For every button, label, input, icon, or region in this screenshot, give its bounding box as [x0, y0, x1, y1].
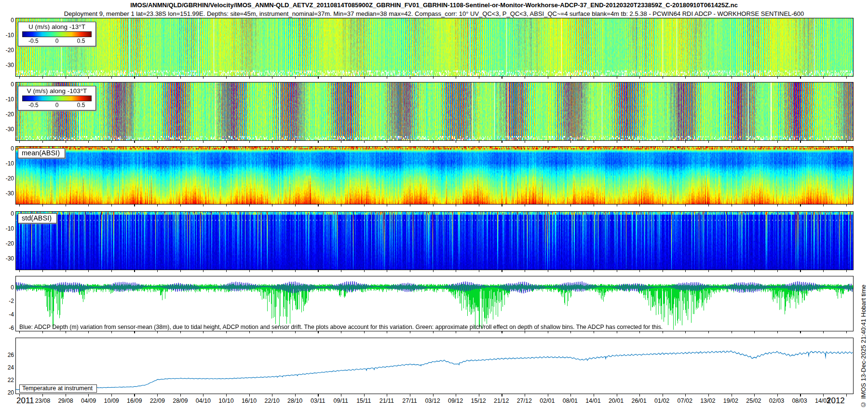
y-tick-label: -20 [0, 175, 14, 182]
y-tick-label: -30 [0, 126, 14, 133]
figure-subtitle: Deployment 9, member 1 lat=23.38S lon=15… [0, 10, 868, 17]
y-tick-label: -30 [0, 255, 14, 262]
y-tick-label: -10 [0, 32, 14, 39]
panel-v-velocity: V (m/s) along -103°T -0.5 0 0.5 [15, 82, 854, 141]
u-colorbar [22, 31, 92, 37]
panel-mean-absi: mean(ABSI) [15, 146, 854, 205]
v-colorbar [22, 96, 92, 101]
x-tick-label: 14/01 [582, 397, 605, 404]
y-tick-label: -20 [0, 240, 14, 247]
v-legend-title: V (m/s) along -103°T [20, 87, 94, 95]
v-colorbar-ticks: -0.5 0 0.5 [20, 102, 94, 109]
x-tick-label: 03/11 [306, 397, 329, 404]
u-colorbar-tick: 0.5 [77, 38, 85, 44]
y-tick-label: -4 [0, 311, 14, 318]
x-tick-label: 15/11 [352, 397, 375, 404]
x-tick-label: 13/02 [696, 397, 719, 404]
y-tick-label: 0 [0, 210, 14, 217]
u-velocity-heatmap [16, 18, 853, 76]
x-tick-label: 27/11 [398, 397, 421, 404]
x-tick-label: 19/02 [719, 397, 742, 404]
std-absi-label: std(ABSI) [18, 213, 57, 223]
x-tick-label: 22/10 [260, 397, 284, 404]
u-legend-title: U (m/s) along -13°T [20, 23, 94, 30]
v-colorbar-tick: 0.5 [77, 102, 85, 109]
y-tick-label: -6 [0, 325, 14, 331]
year-label-2011: 2011 [16, 396, 34, 406]
x-tick-label: 08/03 [788, 397, 811, 404]
x-tick-label: 09/12 [444, 397, 467, 404]
temperature-label: Temperature at instrument [19, 384, 97, 393]
x-tick-label: 03/12 [421, 397, 444, 404]
y-tick-label: -20 [0, 47, 14, 54]
x-tick-label: 04/10 [191, 397, 215, 404]
x-tick-label: 29/08 [54, 397, 77, 404]
x-tick-label: 02/01 [536, 397, 559, 404]
x-tick-label: 15/12 [467, 397, 490, 404]
u-colorbar-ticks: -0.5 0 0.5 [20, 38, 94, 44]
y-tick-label: 24 [0, 364, 14, 371]
y-tick-label: -2 [0, 298, 14, 304]
copyright-stamp: © IMOS 13-Dec-2025 21:40:41 Hobart time [860, 285, 867, 408]
x-tick-label: 16/10 [238, 397, 261, 404]
x-tick-label: 01/02 [651, 397, 674, 404]
panel-u-velocity: U (m/s) along -13°T -0.5 0 0.5 [15, 18, 854, 77]
x-tick-label: 21/11 [375, 397, 398, 404]
y-tick-label: -10 [0, 160, 14, 167]
u-colorbar-legend: U (m/s) along -13°T -0.5 0 0.5 [18, 22, 96, 46]
x-tick-label: 04/09 [77, 397, 100, 404]
x-tick-marks [16, 331, 853, 333]
x-tick-label: 27/12 [513, 397, 536, 404]
x-tick-label: 10/09 [100, 397, 123, 404]
x-tick-label: 08/01 [558, 397, 582, 404]
x-tick-label: 28/10 [284, 397, 307, 404]
std-absi-heatmap [16, 212, 853, 270]
depth-variation-plot [16, 276, 853, 331]
y-tick-label: -30 [0, 190, 14, 197]
u-colorbar-tick: 0 [55, 38, 59, 44]
x-tick-label: 21/12 [490, 397, 513, 404]
y-tick-label: 0 [0, 145, 14, 152]
y-tick-label: 20 [0, 389, 14, 396]
x-tick-label: 28/09 [169, 397, 192, 404]
x-tick-marks [16, 141, 853, 143]
y-tick-label: -10 [0, 96, 14, 103]
x-tick-label: 16/09 [123, 397, 146, 404]
x-tick-marks [16, 270, 853, 272]
x-tick-marks [16, 394, 853, 396]
y-tick-label: 0 [0, 17, 14, 24]
v-colorbar-tick: 0 [55, 102, 59, 109]
depth-annotation: Blue: ADCP Depth (m) variation from sens… [19, 324, 663, 330]
y-tick-label: 22 [0, 377, 14, 383]
v-velocity-heatmap [16, 82, 853, 140]
x-tick-label: 22/09 [146, 397, 169, 404]
mean-absi-heatmap [16, 147, 853, 204]
y-tick-label: 0 [0, 81, 14, 88]
v-colorbar-legend: V (m/s) along -103°T -0.5 0 0.5 [18, 86, 96, 110]
y-tick-label: -10 [0, 225, 14, 232]
panel-std-absi: std(ABSI) [15, 211, 854, 270]
x-axis-labels: 23/0829/0804/0910/0916/0922/0928/0904/10… [0, 397, 868, 405]
u-colorbar-tick: -0.5 [28, 38, 39, 44]
panel-depth-variation: Blue: ADCP Depth (m) variation from sens… [15, 276, 854, 331]
x-tick-label: 02/03 [765, 397, 788, 404]
x-tick-label: 23/08 [31, 397, 54, 404]
x-tick-label: 26/01 [627, 397, 651, 404]
y-tick-label: 0 [0, 284, 14, 291]
x-tick-label: 07/02 [673, 397, 696, 404]
x-tick-label: 20/01 [605, 397, 628, 404]
panel-temperature: Temperature at instrument [15, 338, 854, 394]
x-tick-marks [16, 205, 853, 206]
y-tick-label: -30 [0, 62, 14, 68]
figure-title: IMOS/ANMN/QLD/GBRHIN/Velocity/IMOS_ANMN-… [0, 1, 868, 9]
figure-root: IMOS/ANMN/QLD/GBRHIN/Velocity/IMOS_ANMN-… [0, 0, 868, 410]
x-tick-label: 25/02 [742, 397, 765, 404]
x-tick-label: 09/11 [329, 397, 353, 404]
y-tick-label: 26 [0, 352, 14, 358]
x-tick-label: 10/10 [215, 397, 238, 404]
mean-absi-label: mean(ABSI) [18, 148, 65, 158]
v-colorbar-tick: -0.5 [28, 102, 39, 109]
temperature-line-plot [16, 338, 853, 394]
y-tick-label: -20 [0, 111, 14, 118]
x-tick-marks [16, 77, 853, 79]
